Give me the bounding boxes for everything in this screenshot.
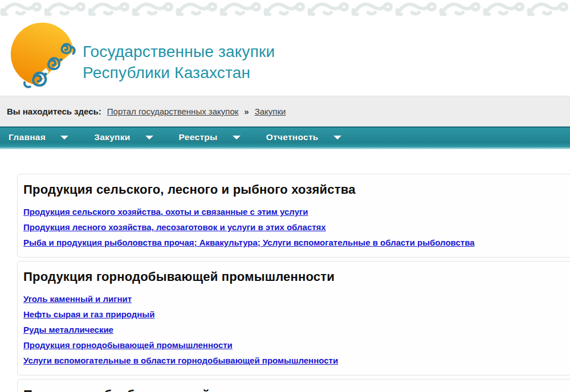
- breadcrumb-label: Вы находитесь здесь:: [7, 107, 101, 116]
- chevron-down-icon: [233, 136, 241, 140]
- nav-item-3[interactable]: Реестры: [179, 132, 254, 145]
- category-title: Продукция сельского, лесного и рыбного х…: [23, 182, 570, 197]
- category-link[interactable]: Нефть сырая и газ природный: [23, 307, 154, 322]
- nav-item-label: Закупки: [94, 132, 130, 145]
- site-title-line2: Республики Казахстан: [83, 62, 275, 83]
- category-link[interactable]: Руды металлические: [23, 322, 113, 337]
- site-title-line1: Государственные закупки: [83, 41, 275, 62]
- category-link[interactable]: Продукция лесного хозяйства, лесозаготов…: [23, 219, 326, 235]
- nav-item-label: Отчетность: [266, 132, 319, 145]
- category-box-2: Продукция горнодобывающей промышленности…: [17, 261, 570, 375]
- category-title: Продукция обрабатывающей промышленности: [23, 387, 570, 392]
- chevron-down-icon: [333, 136, 341, 140]
- site-title: Государственные закупки Республики Казах…: [83, 41, 275, 83]
- page: Государственные закупки Республики Казах…: [0, 0, 570, 392]
- category-box-1: Продукция сельского, лесного и рыбного х…: [17, 174, 570, 258]
- ornament-pattern-svg: [0, 0, 570, 18]
- category-title: Продукция горнодобывающей промышленности: [23, 270, 570, 284]
- kazakh-ornament-border: [0, 0, 570, 18]
- nav-item-4[interactable]: Отчетность: [266, 132, 355, 145]
- category-link[interactable]: Уголь каменный и лигнит: [23, 291, 132, 307]
- category-link[interactable]: Услуги вспомогательные в области горнодо…: [23, 353, 338, 368]
- category-box-3: Продукция обрабатывающей промышленности: [17, 379, 570, 392]
- breadcrumb-separator: »: [244, 107, 249, 116]
- category-link[interactable]: Продукция сельского хозяйства, охоты и с…: [23, 204, 308, 219]
- content: Продукция сельского, лесного и рыбного х…: [17, 174, 570, 392]
- category-link[interactable]: Продукция горнодобывающей промышленности: [23, 337, 233, 353]
- nav-item-label: Реестры: [179, 132, 218, 145]
- site-header: Государственные закупки Республики Казах…: [0, 18, 570, 96]
- nav-item-2[interactable]: Закупки: [94, 132, 166, 145]
- category-link[interactable]: Рыба и продукция рыболовства прочая; Акв…: [23, 235, 475, 250]
- chevron-down-icon: [60, 136, 68, 140]
- goszakup-logo-svg: [8, 19, 80, 91]
- breadcrumb-link-zakupki[interactable]: Закупки: [255, 107, 286, 116]
- goszakup-logo[interactable]: [8, 19, 80, 91]
- nav-item-label: Главная: [9, 132, 46, 145]
- chevron-down-icon: [145, 136, 153, 140]
- breadcrumb-link-portal[interactable]: Портал государственных закупок: [107, 107, 239, 116]
- breadcrumb: Вы находитесь здесь: Портал государствен…: [0, 96, 570, 126]
- nav-item-1[interactable]: Главная: [9, 132, 82, 145]
- main-nav: ГлавнаяЗакупкиРеестрыОтчетность: [0, 126, 570, 149]
